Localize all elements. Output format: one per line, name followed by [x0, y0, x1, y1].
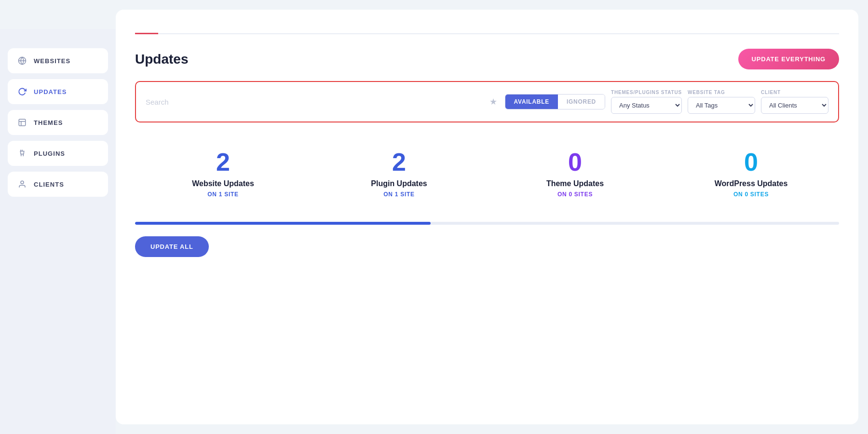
sidebar-item-updates-label: UPDATES [34, 88, 67, 95]
update-all-button[interactable]: UPDATE ALL [135, 236, 209, 257]
client-select[interactable]: All Clients [761, 97, 828, 114]
tag-filter-group: WEBSITE TAG All Tags [688, 90, 755, 114]
status-select[interactable]: Any Status Available Ignored [611, 97, 682, 114]
page-header: Updates UPDATE EVERYTHING [135, 49, 839, 69]
star-icon[interactable]: ★ [489, 96, 497, 107]
wordpress-updates-sub: ON 0 SITES [733, 191, 769, 198]
stats-row: 2 Website Updates ON 1 SITE 2 Plugin Upd… [135, 140, 839, 207]
top-tab-bar [135, 10, 839, 34]
progress-bar-container [135, 222, 839, 225]
stat-card-theme-updates: 0 Theme Updates ON 0 SITES [487, 140, 663, 207]
globe-icon [17, 56, 27, 66]
progress-bar-fill [135, 222, 431, 225]
stat-card-website-updates: 2 Website Updates ON 1 SITE [135, 140, 311, 207]
page-title: Updates [135, 52, 188, 67]
ignored-toggle[interactable]: IGNORED [558, 95, 605, 109]
svg-rect-2 [19, 119, 26, 126]
sidebar-item-plugins-label: PLUGINS [34, 150, 65, 157]
tag-select[interactable]: All Tags [688, 97, 755, 114]
user-icon [17, 179, 27, 189]
refresh-icon [17, 87, 27, 96]
stat-card-wordpress-updates: 0 WordPress Updates ON 0 SITES [663, 140, 839, 207]
theme-updates-label: Theme Updates [546, 179, 604, 188]
stat-card-plugin-updates: 2 Plugin Updates ON 1 SITE [311, 140, 487, 207]
sidebar-item-websites-label: WEBSITES [34, 57, 70, 65]
sidebar-item-themes[interactable]: THEMES [8, 110, 108, 135]
sidebar-item-websites[interactable]: WEBSITES [8, 48, 108, 73]
theme-updates-number: 0 [568, 149, 582, 175]
available-toggle[interactable]: AVAILABLE [505, 95, 558, 109]
client-filter-label: CLIENT [761, 90, 828, 95]
availability-toggle: AVAILABLE IGNORED [505, 94, 605, 109]
update-everything-button[interactable]: UPDATE EVERYTHING [738, 49, 839, 69]
website-updates-sub: ON 1 SITE [207, 191, 239, 198]
plugin-updates-number: 2 [392, 149, 406, 175]
plugin-updates-label: Plugin Updates [371, 179, 427, 188]
wordpress-updates-label: WordPress Updates [715, 179, 788, 188]
sidebar-item-clients[interactable]: CLIENTS [8, 172, 108, 197]
status-filter-label: THEMES/PLUGINS STATUS [611, 90, 682, 95]
sidebar: WEBSITES UPDATES THEMES PLUGINS CLIENTS [0, 29, 116, 434]
sidebar-item-themes-label: THEMES [34, 119, 63, 126]
sidebar-item-plugins[interactable]: PLUGINS [8, 141, 108, 166]
website-updates-label: Website Updates [192, 179, 254, 188]
client-filter-group: CLIENT All Clients [761, 90, 828, 114]
status-filter-group: THEMES/PLUGINS STATUS Any Status Availab… [611, 90, 682, 114]
tab-updates[interactable] [135, 19, 158, 34]
website-updates-number: 2 [216, 149, 230, 175]
sidebar-item-clients-label: CLIENTS [34, 181, 64, 188]
search-input[interactable] [146, 98, 484, 106]
plug-icon [17, 149, 27, 158]
wordpress-updates-number: 0 [744, 149, 758, 175]
layout-icon [17, 118, 27, 127]
filter-bar: ★ AVAILABLE IGNORED THEMES/PLUGINS STATU… [135, 81, 839, 122]
main-content: Updates UPDATE EVERYTHING ★ AVAILABLE IG… [116, 10, 858, 424]
plugin-updates-sub: ON 1 SITE [383, 191, 415, 198]
tag-filter-label: WEBSITE TAG [688, 90, 755, 95]
svg-point-5 [21, 181, 24, 184]
theme-updates-sub: ON 0 SITES [557, 191, 593, 198]
sidebar-item-updates[interactable]: UPDATES [8, 79, 108, 104]
